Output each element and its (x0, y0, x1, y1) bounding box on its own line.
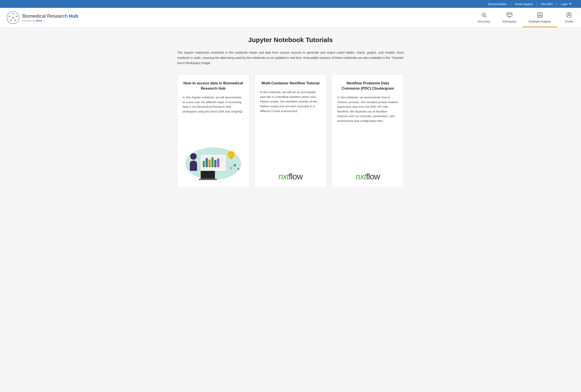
main-nav: Discovery Workspace Example Analysis Pro… (472, 8, 581, 27)
nav-profile-label: Profile (565, 20, 573, 23)
svg-rect-53 (199, 179, 217, 180)
page-title: Jupyter Notebook Tutorials (177, 36, 404, 44)
card-1-desc: In this Jupyter notebook, we will demons… (183, 95, 244, 114)
svg-rect-24 (538, 13, 542, 17)
card-1-title: How to access data in Biomedical Researc… (183, 81, 244, 91)
nextflow-flow-2: flow (366, 172, 380, 182)
nav-workspace[interactable]: Workspace (496, 8, 523, 27)
svg-line-11 (11, 18, 13, 20)
svg-line-7 (9, 14, 13, 16)
nav-example-analysis-label: Example Analysis (529, 20, 551, 23)
documentation-link[interactable]: Documentation (484, 2, 511, 6)
svg-rect-52 (201, 171, 214, 178)
top-bar: Documentation Email Support Cite BRH Log… (0, 0, 581, 8)
card-3-desc: In this notebook, we demonstrate how to … (337, 95, 398, 124)
nextflow-logo-2: nxtflow (356, 172, 380, 182)
svg-rect-21 (508, 14, 509, 15)
svg-rect-34 (203, 161, 205, 167)
card-1-image (183, 118, 244, 182)
profile-icon (566, 12, 573, 18)
nav-discovery-label: Discovery (478, 20, 490, 23)
cite-brh-link[interactable]: Cite BRH (537, 2, 557, 6)
card-2-image: nxtflow (260, 118, 321, 182)
svg-point-29 (568, 13, 570, 15)
login-link[interactable]: Login ⮕ (557, 2, 576, 6)
login-icon: ⮕ (569, 2, 572, 6)
email-support-link[interactable]: Email Support (511, 2, 537, 6)
svg-point-43 (227, 151, 235, 158)
svg-point-42 (190, 153, 197, 160)
nav-example-analysis[interactable]: Example Analysis (523, 8, 557, 27)
svg-point-17 (483, 14, 485, 16)
logo-area: Biomedical Research Hub Powered by GEN3 (0, 8, 472, 27)
nextflow-logo-1: nxtflow (278, 172, 302, 182)
page-description: The Jupyter notebooks contained in this … (177, 50, 404, 66)
nextflow-nxt-2: nxt (356, 172, 366, 182)
nav-discovery[interactable]: Discovery (472, 8, 496, 27)
svg-rect-39 (217, 158, 219, 167)
svg-rect-44 (230, 158, 233, 159)
workspace-icon (506, 12, 513, 18)
svg-line-8 (13, 14, 17, 16)
card-2-desc: In this notebook, we will set up and exp… (260, 90, 321, 113)
nav-profile[interactable]: Profile (557, 8, 581, 27)
logo-title: Biomedical Research Hub (22, 13, 78, 19)
data-illustration (183, 140, 244, 182)
card-nextflow-pdc[interactable]: Nextflow Proteome Data Commons (PDC) Clu… (332, 74, 404, 188)
svg-line-16 (485, 16, 487, 18)
svg-rect-37 (211, 157, 214, 167)
brh-logo-icon (6, 11, 19, 24)
svg-rect-35 (206, 158, 208, 167)
card-3-title: Nextflow Proteome Data Commons (PDC) Clu… (337, 81, 398, 91)
svg-line-12 (13, 18, 15, 20)
card-2-title: Multi-Container Nextflow Tutorial (260, 81, 321, 86)
svg-rect-38 (214, 160, 216, 167)
nav-workspace-label: Workspace (502, 20, 517, 23)
logo-subtitle: Powered by GEN3 (22, 20, 78, 22)
nextflow-nxt-1: nxt (278, 172, 289, 182)
logo-text: Biomedical Research Hub Powered by GEN3 (22, 13, 78, 22)
card-access-data[interactable]: How to access data in Biomedical Researc… (177, 74, 249, 188)
analysis-icon (536, 12, 543, 18)
search-icon (481, 12, 488, 18)
card-nextflow-tutorial[interactable]: Multi-Container Nextflow Tutorial In thi… (255, 74, 327, 188)
nextflow-flow-1: flow (289, 172, 303, 182)
header: Biomedical Research Hub Powered by GEN3 … (0, 8, 581, 28)
svg-rect-36 (209, 160, 211, 167)
card-3-image: nxtflow (337, 128, 398, 182)
svg-point-15 (482, 13, 485, 16)
cards-grid: How to access data in Biomedical Researc… (177, 74, 404, 188)
main-content: Jupyter Notebook Tutorials The Jupyter n… (171, 28, 410, 196)
